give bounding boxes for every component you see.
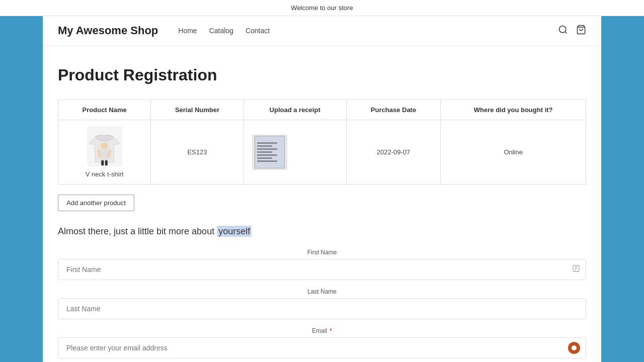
nav-contact[interactable]: Contact: [246, 27, 270, 35]
last-name-label: Last Name: [58, 288, 586, 295]
product-table: Product Name Serial Number Upload a rece…: [58, 100, 586, 185]
site-header: My Awesome Shop Home Catalog Contact: [43, 16, 601, 46]
serial-number-cell: ES123: [151, 120, 244, 185]
purchase-date-cell: 2022-09-07: [346, 120, 441, 185]
page-title: Product Registration: [58, 66, 586, 84]
email-group: Email * ?: [58, 327, 586, 358]
where-bought-cell: Online: [441, 120, 586, 185]
svg-line-1: [565, 31, 567, 33]
announcement-text: Welcome to our store: [291, 4, 353, 12]
svg-rect-7: [101, 160, 104, 165]
email-wrapper: ?: [58, 337, 586, 358]
svg-point-3: [101, 143, 108, 149]
section-subtitle: Almost there, just a little bit more abo…: [58, 226, 586, 237]
last-name-wrapper: [58, 298, 586, 319]
main-nav: Home Catalog Contact: [178, 27, 558, 35]
product-name-label: V neck t-shirt: [86, 170, 124, 178]
nav-home[interactable]: Home: [178, 27, 197, 35]
last-name-input[interactable]: [58, 298, 586, 319]
search-icon[interactable]: [558, 25, 568, 37]
cart-icon[interactable]: [576, 25, 586, 37]
shop-name-link[interactable]: My Awesome Shop: [58, 24, 158, 37]
table-row: V neck t-shirt ES123: [58, 120, 586, 185]
col-product-name: Product Name: [58, 100, 151, 120]
svg-point-0: [559, 26, 566, 32]
first-name-wrapper: [58, 259, 586, 280]
receipt-image: [252, 135, 287, 170]
col-purchase-date: Purchase Date: [346, 100, 441, 120]
col-upload-receipt: Upload a receipt: [244, 100, 346, 120]
header-icons: [558, 25, 586, 37]
add-product-button[interactable]: Add another product: [58, 195, 134, 211]
first-name-label: First Name: [58, 249, 586, 256]
product-name-cell: V neck t-shirt: [58, 120, 151, 185]
email-icon: ?: [568, 342, 580, 354]
col-serial-number: Serial Number: [151, 100, 244, 120]
email-label: Email *: [58, 327, 586, 334]
main-content: Product Registration Product Name Serial…: [43, 46, 601, 362]
svg-rect-4: [101, 149, 108, 160]
subtitle-highlight: yourself: [217, 226, 252, 237]
svg-text:?: ?: [573, 346, 575, 349]
col-where-bought: Where did you bought it?: [441, 100, 586, 120]
product-image: [87, 126, 122, 166]
subtitle-text-before: Almost there, just a little bit more abo…: [58, 226, 217, 236]
receipt-cell: [244, 120, 346, 185]
nav-catalog[interactable]: Catalog: [209, 27, 233, 35]
first-name-input[interactable]: [58, 259, 586, 280]
svg-rect-8: [105, 160, 108, 165]
first-name-icon: [572, 264, 580, 275]
email-input[interactable]: [58, 337, 586, 358]
last-name-group: Last Name: [58, 288, 586, 319]
first-name-group: First Name: [58, 249, 586, 280]
